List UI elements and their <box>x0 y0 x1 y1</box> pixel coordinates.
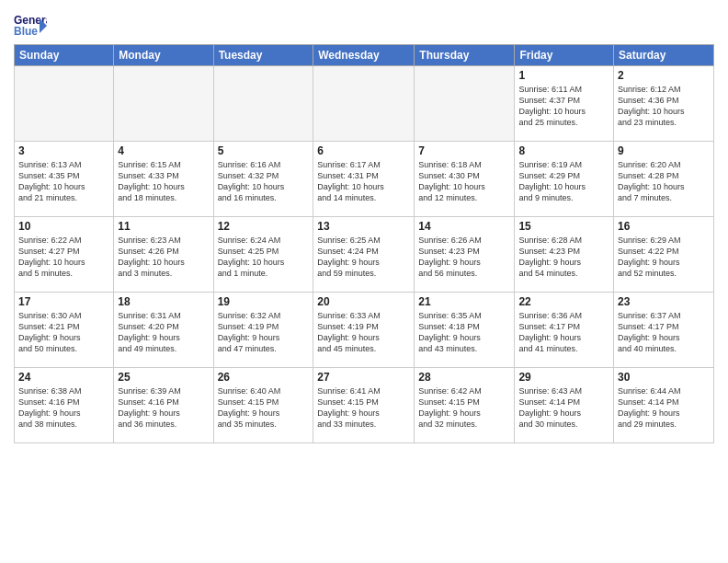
day-number: 2 <box>618 69 710 82</box>
day-number: 16 <box>618 220 710 233</box>
day-info: Sunrise: 6:26 AM Sunset: 4:23 PM Dayligh… <box>418 235 510 280</box>
day-info: Sunrise: 6:15 AM Sunset: 4:33 PM Dayligh… <box>118 159 209 204</box>
day-info: Sunrise: 6:39 AM Sunset: 4:16 PM Dayligh… <box>118 385 209 431</box>
calendar-day-cell: 26Sunrise: 6:40 AM Sunset: 4:15 PM Dayli… <box>213 368 313 443</box>
day-number: 27 <box>317 371 410 384</box>
day-info: Sunrise: 6:13 AM Sunset: 4:35 PM Dayligh… <box>18 159 109 204</box>
calendar-day-cell <box>114 66 213 142</box>
calendar-week-row: 10Sunrise: 6:22 AM Sunset: 4:27 PM Dayli… <box>15 217 714 293</box>
calendar-day-cell: 17Sunrise: 6:30 AM Sunset: 4:21 PM Dayli… <box>15 293 114 368</box>
day-number: 28 <box>418 371 510 384</box>
calendar-day-cell: 5Sunrise: 6:16 AM Sunset: 4:32 PM Daylig… <box>213 142 313 217</box>
day-info: Sunrise: 6:22 AM Sunset: 4:27 PM Dayligh… <box>18 235 109 280</box>
calendar-day-cell: 14Sunrise: 6:26 AM Sunset: 4:23 PM Dayli… <box>415 217 515 293</box>
calendar-day-cell <box>15 66 114 142</box>
day-info: Sunrise: 6:20 AM Sunset: 4:28 PM Dayligh… <box>618 159 710 204</box>
calendar-day-cell: 9Sunrise: 6:20 AM Sunset: 4:28 PM Daylig… <box>614 142 714 217</box>
calendar-day-cell: 21Sunrise: 6:35 AM Sunset: 4:18 PM Dayli… <box>415 293 515 368</box>
day-info: Sunrise: 6:16 AM Sunset: 4:32 PM Dayligh… <box>218 159 310 204</box>
day-number: 4 <box>118 144 209 157</box>
day-info: Sunrise: 6:40 AM Sunset: 4:15 PM Dayligh… <box>218 385 310 431</box>
day-info: Sunrise: 6:18 AM Sunset: 4:30 PM Dayligh… <box>418 159 510 204</box>
weekday-header-cell: Saturday <box>614 45 714 66</box>
day-info: Sunrise: 6:25 AM Sunset: 4:24 PM Dayligh… <box>317 235 410 280</box>
calendar-day-cell <box>415 66 515 142</box>
day-number: 10 <box>18 220 109 233</box>
calendar-table: SundayMondayTuesdayWednesdayThursdayFrid… <box>14 44 714 443</box>
day-number: 17 <box>18 295 109 308</box>
day-number: 15 <box>518 220 609 233</box>
calendar-day-cell: 2Sunrise: 6:12 AM Sunset: 4:36 PM Daylig… <box>614 66 714 142</box>
day-number: 5 <box>218 144 310 157</box>
day-number: 22 <box>518 295 609 308</box>
weekday-header-cell: Monday <box>114 45 213 66</box>
calendar-day-cell: 30Sunrise: 6:44 AM Sunset: 4:14 PM Dayli… <box>614 368 714 443</box>
day-number: 21 <box>418 295 510 308</box>
day-info: Sunrise: 6:33 AM Sunset: 4:19 PM Dayligh… <box>317 310 410 355</box>
day-info: Sunrise: 6:11 AM Sunset: 4:37 PM Dayligh… <box>518 84 609 129</box>
day-number: 20 <box>317 295 410 308</box>
weekday-header-cell: Wednesday <box>313 45 415 66</box>
calendar-body: 1Sunrise: 6:11 AM Sunset: 4:37 PM Daylig… <box>15 66 714 443</box>
svg-text:Blue: Blue <box>14 25 38 38</box>
day-number: 13 <box>317 220 410 233</box>
day-info: Sunrise: 6:29 AM Sunset: 4:22 PM Dayligh… <box>618 235 710 280</box>
day-info: Sunrise: 6:31 AM Sunset: 4:20 PM Dayligh… <box>118 310 209 355</box>
calendar-day-cell: 10Sunrise: 6:22 AM Sunset: 4:27 PM Dayli… <box>15 217 114 293</box>
day-info: Sunrise: 6:35 AM Sunset: 4:18 PM Dayligh… <box>418 310 510 355</box>
calendar-day-cell: 19Sunrise: 6:32 AM Sunset: 4:19 PM Dayli… <box>213 293 313 368</box>
logo-icon: General Blue <box>14 13 47 39</box>
day-info: Sunrise: 6:38 AM Sunset: 4:16 PM Dayligh… <box>18 385 109 431</box>
calendar-day-cell: 12Sunrise: 6:24 AM Sunset: 4:25 PM Dayli… <box>213 217 313 293</box>
day-info: Sunrise: 6:17 AM Sunset: 4:31 PM Dayligh… <box>317 159 410 204</box>
day-info: Sunrise: 6:24 AM Sunset: 4:25 PM Dayligh… <box>218 235 310 280</box>
calendar-day-cell <box>313 66 415 142</box>
day-number: 30 <box>618 371 710 384</box>
day-info: Sunrise: 6:41 AM Sunset: 4:15 PM Dayligh… <box>317 385 410 431</box>
day-info: Sunrise: 6:32 AM Sunset: 4:19 PM Dayligh… <box>218 310 310 355</box>
day-info: Sunrise: 6:12 AM Sunset: 4:36 PM Dayligh… <box>618 84 710 129</box>
calendar-day-cell: 15Sunrise: 6:28 AM Sunset: 4:23 PM Dayli… <box>515 217 614 293</box>
page-container: General Blue SundayMondayTuesdayWednesda… <box>0 0 728 453</box>
day-info: Sunrise: 6:19 AM Sunset: 4:29 PM Dayligh… <box>518 159 609 204</box>
calendar-day-cell: 7Sunrise: 6:18 AM Sunset: 4:30 PM Daylig… <box>415 142 515 217</box>
day-info: Sunrise: 6:42 AM Sunset: 4:15 PM Dayligh… <box>418 385 510 431</box>
calendar-day-cell: 4Sunrise: 6:15 AM Sunset: 4:33 PM Daylig… <box>114 142 213 217</box>
calendar-day-cell: 23Sunrise: 6:37 AM Sunset: 4:17 PM Dayli… <box>614 293 714 368</box>
calendar-day-cell: 28Sunrise: 6:42 AM Sunset: 4:15 PM Dayli… <box>415 368 515 443</box>
calendar-day-cell: 1Sunrise: 6:11 AM Sunset: 4:37 PM Daylig… <box>515 66 614 142</box>
calendar-day-cell: 24Sunrise: 6:38 AM Sunset: 4:16 PM Dayli… <box>15 368 114 443</box>
day-number: 7 <box>418 144 510 157</box>
day-number: 14 <box>418 220 510 233</box>
calendar-day-cell: 18Sunrise: 6:31 AM Sunset: 4:20 PM Dayli… <box>114 293 213 368</box>
calendar-day-cell <box>213 66 313 142</box>
weekday-header-cell: Tuesday <box>213 45 313 66</box>
calendar-day-cell: 16Sunrise: 6:29 AM Sunset: 4:22 PM Dayli… <box>614 217 714 293</box>
calendar-day-cell: 8Sunrise: 6:19 AM Sunset: 4:29 PM Daylig… <box>515 142 614 217</box>
weekday-header-row: SundayMondayTuesdayWednesdayThursdayFrid… <box>15 45 714 66</box>
day-info: Sunrise: 6:37 AM Sunset: 4:17 PM Dayligh… <box>618 310 710 355</box>
calendar-day-cell: 20Sunrise: 6:33 AM Sunset: 4:19 PM Dayli… <box>313 293 415 368</box>
day-number: 3 <box>18 144 109 157</box>
day-number: 25 <box>118 371 209 384</box>
calendar-day-cell: 25Sunrise: 6:39 AM Sunset: 4:16 PM Dayli… <box>114 368 213 443</box>
day-number: 24 <box>18 371 109 384</box>
day-number: 9 <box>618 144 710 157</box>
weekday-header-cell: Friday <box>515 45 614 66</box>
calendar-day-cell: 11Sunrise: 6:23 AM Sunset: 4:26 PM Dayli… <box>114 217 213 293</box>
day-number: 8 <box>518 144 609 157</box>
day-number: 11 <box>118 220 209 233</box>
day-info: Sunrise: 6:30 AM Sunset: 4:21 PM Dayligh… <box>18 310 109 355</box>
calendar-day-cell: 27Sunrise: 6:41 AM Sunset: 4:15 PM Dayli… <box>313 368 415 443</box>
day-number: 29 <box>518 371 609 384</box>
day-info: Sunrise: 6:36 AM Sunset: 4:17 PM Dayligh… <box>518 310 609 355</box>
calendar-day-cell: 3Sunrise: 6:13 AM Sunset: 4:35 PM Daylig… <box>15 142 114 217</box>
day-number: 26 <box>218 371 310 384</box>
header: General Blue <box>14 9 714 39</box>
calendar-day-cell: 22Sunrise: 6:36 AM Sunset: 4:17 PM Dayli… <box>515 293 614 368</box>
weekday-header-cell: Thursday <box>415 45 515 66</box>
logo: General Blue <box>14 13 51 39</box>
day-info: Sunrise: 6:44 AM Sunset: 4:14 PM Dayligh… <box>618 385 710 431</box>
day-info: Sunrise: 6:28 AM Sunset: 4:23 PM Dayligh… <box>518 235 609 280</box>
day-info: Sunrise: 6:23 AM Sunset: 4:26 PM Dayligh… <box>118 235 209 280</box>
